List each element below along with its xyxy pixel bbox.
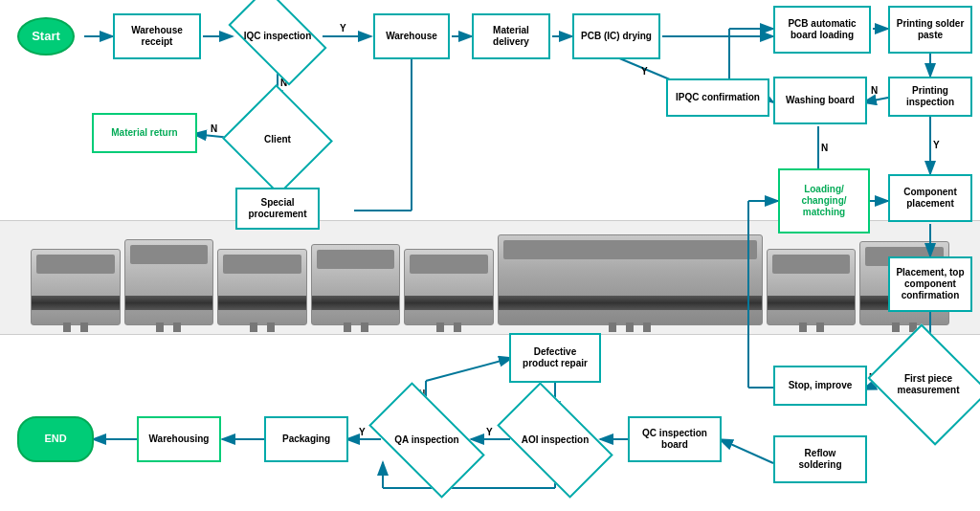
placement-confirmation-node: Placement, topcomponentconfirmation <box>888 256 972 312</box>
machine-unit-5 <box>404 249 494 325</box>
component-placement-node: Componentplacement <box>888 174 972 222</box>
pcb-auto-loading-label: PCB automaticboard loading <box>788 18 856 41</box>
qc-inspection-board-node: QC inspectionboard <box>628 416 722 462</box>
first-piece-node: First piecemeasurement <box>880 346 976 423</box>
packaging-label: Packaging <box>282 433 330 445</box>
machine-unit-1 <box>31 249 121 325</box>
iqc-diamond <box>228 0 326 86</box>
printing-solder-label: Printing solderpaste <box>897 18 965 41</box>
svg-line-39 <box>720 439 773 463</box>
special-procurement-label: Specialprocurement <box>248 197 306 220</box>
client-label: Client <box>264 134 291 145</box>
special-procurement-node: Specialprocurement <box>235 188 320 230</box>
warehouse-node: Warehouse <box>373 13 450 59</box>
qa-inspection-node: QA inspection <box>375 410 479 471</box>
warehouse-label: Warehouse <box>386 31 437 42</box>
machine-unit-7 <box>767 249 857 325</box>
loading-changing-node: Loading/changing/matching <box>778 168 870 233</box>
reflow-soldering-label: Reflowsoldering <box>798 448 841 471</box>
warehouse-receipt-label: Warehousereceipt <box>131 25 183 48</box>
aoi-label: AOI inspection <box>522 434 590 446</box>
ipqc-confirmation-node: IPQC confirmation <box>666 78 769 117</box>
machine-area <box>0 220 980 335</box>
printing-inspection-label: Printing inspection <box>890 85 970 108</box>
reflow-soldering-node: Reflowsoldering <box>773 435 867 483</box>
machine-unit-6 <box>498 234 763 325</box>
machine-unit-2 <box>124 239 214 325</box>
qc-inspection-board-label: QC inspectionboard <box>642 428 707 451</box>
machine-unit-4 <box>311 244 401 325</box>
aoi-inspection-node: AOI inspection <box>503 410 607 471</box>
svg-text:N: N <box>821 143 828 153</box>
washing-board-label: Washing board <box>786 95 855 106</box>
svg-text:Y: Y <box>340 23 346 33</box>
packaging-node: Packaging <box>264 416 348 462</box>
loading-changing-label: Loading/changing/matching <box>801 184 846 218</box>
first-piece-label: First piecemeasurement <box>897 373 959 396</box>
pcb-auto-loading-node: PCB automaticboard loading <box>773 6 871 54</box>
iqc-label: IQC inspection <box>244 31 312 42</box>
client-node: Client <box>237 101 318 178</box>
material-delivery-node: Materialdelivery <box>472 13 550 59</box>
material-return-label: Material return <box>111 127 177 139</box>
diagram: Y N N Y Y N Y N <box>0 0 980 511</box>
defective-repair-node: Defectiveproduct repair <box>509 333 601 383</box>
svg-text:Y: Y <box>933 140 940 150</box>
svg-text:Y: Y <box>641 66 648 77</box>
svg-text:Y: Y <box>486 427 493 437</box>
defective-repair-label: Defectiveproduct repair <box>523 346 588 369</box>
component-placement-label: Componentplacement <box>903 187 957 210</box>
svg-text:N: N <box>871 85 878 96</box>
svg-text:N: N <box>211 123 217 134</box>
pcb-drying-label: PCB (IC) drying <box>581 31 652 42</box>
svg-text:Y: Y <box>359 427 366 437</box>
printing-inspection-node: Printing inspection <box>888 77 972 117</box>
iqc-inspection-node: IQC inspection <box>234 10 321 63</box>
material-delivery-label: Materialdelivery <box>493 25 529 48</box>
svg-line-52 <box>426 358 512 381</box>
warehousing-node: Warehousing <box>137 416 221 462</box>
qa-label: QA inspection <box>394 434 458 446</box>
end-node: END <box>17 416 94 462</box>
material-return-node: Material return <box>92 113 197 153</box>
stop-improve-label: Stop, improve <box>789 380 853 391</box>
placement-confirmation-label: Placement, topcomponentconfirmation <box>896 267 964 301</box>
warehousing-label: Warehousing <box>149 433 210 445</box>
warehouse-receipt-node: Warehousereceipt <box>113 13 201 59</box>
machine-body <box>21 230 959 325</box>
end-label: END <box>44 433 66 445</box>
pcb-drying-node: PCB (IC) drying <box>572 13 660 59</box>
start-label: Start <box>32 29 60 44</box>
start-node: Start <box>17 17 75 56</box>
printing-solder-node: Printing solderpaste <box>888 6 972 54</box>
washing-board-node: Washing board <box>773 77 867 124</box>
stop-improve-node: Stop, improve <box>773 366 867 406</box>
machine-unit-3 <box>217 249 307 325</box>
ipqc-confirmation-label: IPQC confirmation <box>676 92 760 103</box>
